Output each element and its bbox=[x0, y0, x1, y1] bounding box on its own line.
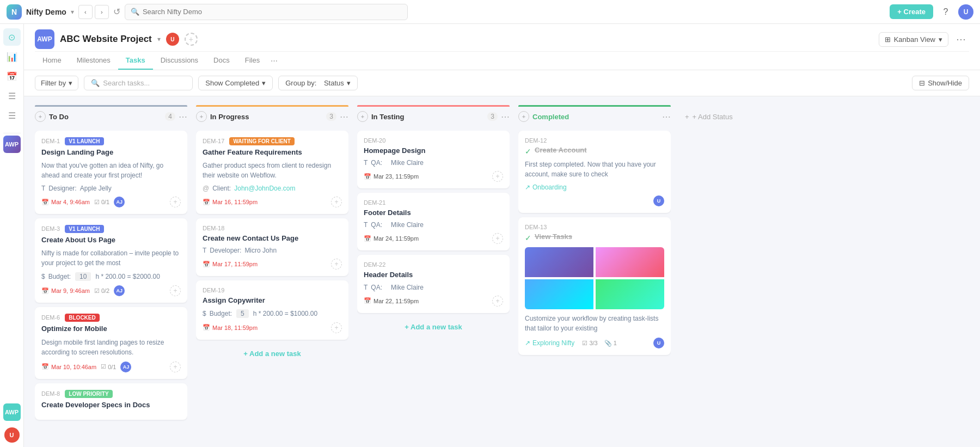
add-task-inprogress[interactable]: + Add a new task bbox=[196, 344, 348, 363]
card-date: 📅 Mar 16, 11:59pm bbox=[203, 199, 258, 206]
col-more-inprogress[interactable]: ⋯ bbox=[340, 112, 348, 122]
col-add-icon-todo[interactable]: + bbox=[35, 111, 46, 122]
tab-discussions[interactable]: Discussions bbox=[153, 52, 206, 70]
col-add-icon-testing[interactable]: + bbox=[357, 111, 368, 122]
history-icon[interactable]: ↺ bbox=[113, 7, 120, 17]
card-title: Design Landing Page bbox=[41, 148, 181, 157]
col-more-testing[interactable]: ⋯ bbox=[501, 112, 510, 122]
tab-milestones[interactable]: Milestones bbox=[69, 52, 118, 70]
card-footer: 📅 Mar 9, 9:46am ☑ 0/2 AJ + bbox=[41, 285, 181, 296]
col-add-icon-inprogress[interactable]: + bbox=[196, 111, 207, 122]
sidebar-icon-docs[interactable]: ☰ bbox=[3, 107, 21, 124]
card-add-member[interactable]: + bbox=[331, 322, 342, 333]
card-dem19[interactable]: DEM-19 Assign Copywriter $ Budget: 5 h *… bbox=[196, 280, 348, 339]
card-dem20[interactable]: DEM-20 Homepage Design T QA: Mike Claire… bbox=[357, 131, 510, 188]
card-add-member[interactable]: + bbox=[170, 197, 181, 207]
add-task-testing[interactable]: + Add a new task bbox=[357, 317, 510, 336]
project-header: AWP ABC Website Project ▾ U + ⊞ Kanban V… bbox=[24, 24, 980, 70]
card-dem17[interactable]: DEM-17 WAITING FOR CLIENT Gather Feature… bbox=[196, 131, 348, 214]
link-label: Onboarding bbox=[532, 183, 567, 191]
card-dem18[interactable]: DEM-18 Create new Contact Us Page T Deve… bbox=[196, 218, 348, 276]
card-footer: 📅 Mar 22, 11:59pm + bbox=[364, 296, 503, 307]
card-exploring-link[interactable]: ↗ Exploring Nifty bbox=[525, 339, 574, 347]
nav-arrows: ‹ › bbox=[78, 5, 109, 19]
nav-forward-button[interactable]: › bbox=[95, 5, 109, 19]
toolbar: Filter by ▾ 🔍 Search tasks... Show Compl… bbox=[24, 70, 980, 96]
tab-files[interactable]: Files bbox=[237, 52, 267, 70]
user-avatar: U bbox=[958, 4, 973, 20]
col-title-testing: In Testing bbox=[371, 113, 484, 121]
card-avatar: U bbox=[653, 195, 664, 206]
header-more-button[interactable]: ⋯ bbox=[953, 31, 969, 47]
card-dem6[interactable]: DEM-6 BLOCKED Optimize for Mobile Design… bbox=[35, 307, 187, 378]
global-search-input[interactable] bbox=[143, 8, 402, 16]
tasks-icon: ☑ bbox=[101, 363, 106, 370]
group-by-button[interactable]: Group by: Status ▾ bbox=[278, 76, 358, 90]
link-icon: ↗ bbox=[525, 339, 530, 347]
add-member-button[interactable]: + bbox=[185, 33, 198, 46]
card-footer: 📅 Mar 16, 11:59pm + bbox=[203, 197, 342, 207]
field-value: Micro John bbox=[244, 247, 277, 254]
card-add-member[interactable]: + bbox=[331, 259, 342, 270]
card-dem21[interactable]: DEM-21 Footer Details T QA: Mike Claire … bbox=[357, 193, 510, 250]
card-add-member[interactable]: + bbox=[492, 296, 503, 307]
create-button[interactable]: + Create bbox=[890, 4, 933, 19]
card-dem8[interactable]: DEM-8 LOW PRIORITY Create Developer Spec… bbox=[35, 383, 187, 420]
sidebar-icon-home[interactable]: ⊙ bbox=[3, 28, 21, 46]
card-title: Optimize for Mobile bbox=[41, 324, 181, 334]
card-title: Footer Details bbox=[364, 208, 503, 218]
add-status-button[interactable]: + + Add Status bbox=[679, 109, 738, 124]
card-title: Gather Feature Requirements bbox=[203, 148, 342, 157]
card-dem12[interactable]: DEM-12 ✓ Create Account First step compl… bbox=[518, 131, 671, 213]
badge-v1launch: V1 LAUNCH bbox=[65, 137, 103, 145]
card-date: 📅 Mar 10, 10:46am bbox=[41, 363, 96, 370]
tab-tasks[interactable]: Tasks bbox=[118, 52, 153, 70]
help-icon[interactable]: ? bbox=[938, 4, 954, 20]
sidebar-icon-calendar[interactable]: 📅 bbox=[3, 68, 21, 85]
project-member-avatar: U bbox=[166, 33, 179, 46]
client-email-link[interactable]: John@JohnDoe.com bbox=[234, 185, 295, 192]
card-add-member[interactable]: + bbox=[331, 197, 342, 207]
kanban-view-button[interactable]: ⊞ Kanban View ▾ bbox=[879, 32, 948, 47]
card-add-member[interactable]: + bbox=[170, 285, 181, 296]
card-onboarding-link[interactable]: ↗ Onboarding bbox=[525, 183, 664, 191]
col-more-completed[interactable]: ⋯ bbox=[662, 112, 671, 122]
tabs-more-button[interactable]: ⋯ bbox=[267, 52, 281, 69]
card-desc: Gather product specs from client to rede… bbox=[203, 161, 342, 180]
card-add-member[interactable]: + bbox=[492, 233, 503, 244]
card-dem13[interactable]: DEM-13 ✓ View Tasks Customize your workf… bbox=[518, 217, 671, 355]
sidebar-project-awp[interactable]: AWP bbox=[3, 136, 21, 153]
card-desc: First step completed. Now that you have … bbox=[525, 160, 664, 179]
project-tabs: Home Milestones Tasks Discussions Docs F… bbox=[35, 51, 969, 70]
card-add-member[interactable]: + bbox=[492, 171, 503, 182]
completed-title-row: ✓ View Tasks bbox=[525, 232, 664, 243]
card-dem22[interactable]: DEM-22 Header Details T QA: Mike Claire … bbox=[357, 255, 510, 313]
tab-docs[interactable]: Docs bbox=[206, 52, 237, 70]
sidebar-icon-chart[interactable]: 📊 bbox=[3, 48, 21, 65]
search-tasks-icon: 🔍 bbox=[91, 79, 100, 87]
global-search-bar[interactable]: 🔍 bbox=[125, 4, 408, 20]
sidebar-project-2[interactable]: AWP bbox=[3, 403, 21, 421]
card-dem3[interactable]: DEM-3 V1 LAUNCH Create About Us Page Nif… bbox=[35, 218, 187, 303]
search-tasks-bar[interactable]: 🔍 Search tasks... bbox=[84, 76, 193, 90]
card-field-budget: $ Budget: 10 h * 200.00 = $2000.00 bbox=[41, 272, 181, 281]
calendar-icon: 📅 bbox=[41, 287, 49, 295]
card-field-developer: T Developer: Micro John bbox=[203, 247, 342, 254]
card-title: Header Details bbox=[364, 270, 503, 280]
filter-button[interactable]: Filter by ▾ bbox=[35, 76, 78, 90]
sidebar-icon-tasks[interactable]: ☰ bbox=[3, 87, 21, 105]
main-content: AWP ABC Website Project ▾ U + ⊞ Kanban V… bbox=[24, 24, 980, 447]
show-hide-button[interactable]: ⊟ Show/Hide bbox=[912, 76, 969, 90]
tasks-icon: ☑ bbox=[582, 340, 587, 347]
show-completed-button[interactable]: Show Completed ▾ bbox=[198, 76, 273, 90]
card-dem1[interactable]: DEM-1 V1 LAUNCH Design Landing Page Now … bbox=[35, 131, 187, 214]
tab-home[interactable]: Home bbox=[35, 52, 69, 70]
col-more-todo[interactable]: ⋯ bbox=[179, 112, 187, 122]
qa-value: Mike Claire bbox=[391, 284, 424, 291]
calendar-icon: 📅 bbox=[364, 235, 371, 242]
kanban-icon: ⊞ bbox=[885, 35, 891, 44]
col-add-icon-completed[interactable]: + bbox=[518, 111, 529, 122]
card-add-member[interactable]: + bbox=[170, 362, 181, 372]
project-chevron-icon[interactable]: ▾ bbox=[157, 35, 161, 43]
nav-back-button[interactable]: ‹ bbox=[78, 5, 93, 19]
